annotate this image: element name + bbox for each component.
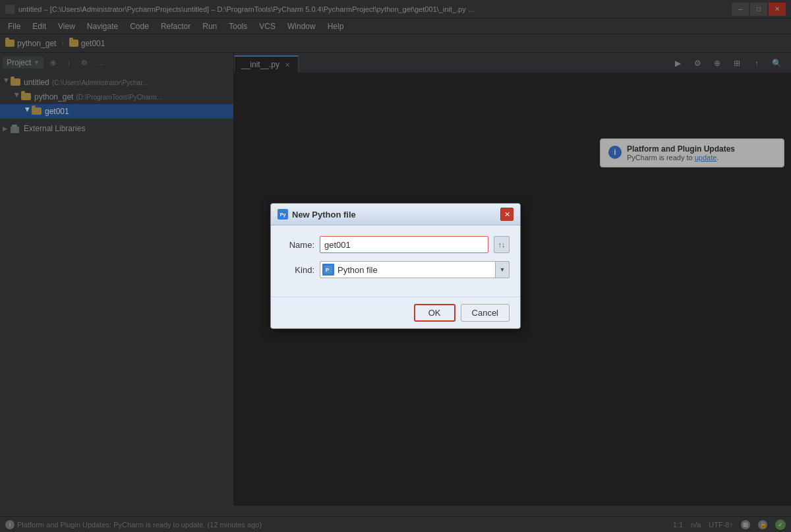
dialog-icon-text: Py <box>280 212 286 217</box>
name-input[interactable] <box>320 236 488 253</box>
svg-text:P: P <box>326 267 330 273</box>
sort-button[interactable]: ↑↓ <box>494 236 510 253</box>
form-row-name: Name: ↑↓ <box>281 236 510 253</box>
sort-icon: ↑↓ <box>498 241 506 249</box>
kind-select[interactable]: Python file Python unit test Python stub <box>320 261 510 278</box>
python-file-icon: P <box>322 264 334 276</box>
modal-overlay: Py New Python file ✕ Name: ↑↓ Kind: <box>0 0 791 532</box>
cancel-button[interactable]: Cancel <box>461 304 510 322</box>
dialog-title-bar: Py New Python file ✕ <box>271 204 520 225</box>
ok-button[interactable]: OK <box>414 304 455 322</box>
dialog-title-left: Py New Python file <box>278 209 356 220</box>
new-python-file-dialog: Py New Python file ✕ Name: ↑↓ Kind: <box>270 203 521 329</box>
kind-label: Kind: <box>281 265 314 275</box>
name-label: Name: <box>281 240 314 250</box>
dialog-body: Name: ↑↓ Kind: P Python f <box>271 225 520 297</box>
dialog-footer: OK Cancel <box>271 297 520 328</box>
form-row-kind: Kind: P Python file Python unit test Pyt… <box>281 261 510 278</box>
dialog-title-text: New Python file <box>292 210 356 220</box>
dialog-title-icon: Py <box>278 209 288 220</box>
kind-select-wrap: P Python file Python unit test Python st… <box>320 261 510 278</box>
dialog-close-button[interactable]: ✕ <box>500 208 513 221</box>
